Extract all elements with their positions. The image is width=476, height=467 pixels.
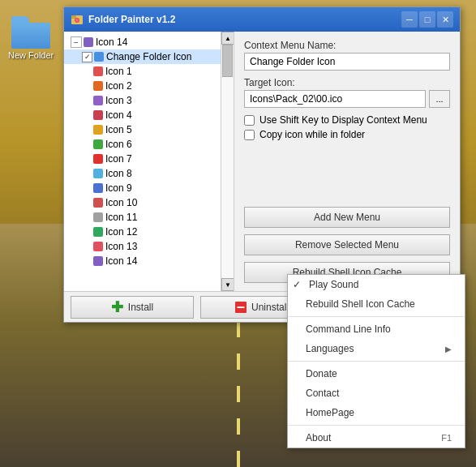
list-item[interactable]: Icon 1 [64, 64, 234, 79]
menu-item-play-sound[interactable]: ✓ Play Sound [288, 275, 465, 294]
list-item[interactable]: Icon 3 [64, 93, 234, 108]
folder-label: New Folder [8, 50, 54, 60]
tree-selected-item[interactable]: ✓ Change Folder Icon [64, 49, 234, 64]
close-button[interactable]: ✕ [437, 11, 453, 28]
list-item[interactable]: Icon 11 [64, 210, 234, 225]
menu-item-label: HomePage [306, 407, 354, 418]
shift-key-checkbox[interactable] [244, 115, 255, 126]
list-item[interactable]: Icon 13 [64, 239, 234, 254]
tree-item-icon [93, 169, 103, 178]
tree-item-label: Icon 10 [105, 197, 137, 208]
title-bar-buttons: ─ □ ✕ [401, 11, 453, 28]
scroll-down-arrow[interactable]: ▼ [221, 278, 234, 291]
submenu-arrow-icon: ▶ [445, 345, 452, 353]
tree-item-icon [93, 81, 103, 91]
tree-item-label: Icon 14 [96, 36, 127, 48]
tree-item-icon [93, 227, 103, 237]
title-bar: Folder Painter v1.2 ─ □ ✕ [64, 7, 460, 32]
shift-key-row: Use Shift Key to Display Context Menu [244, 114, 450, 126]
tree-item-label: Icon 8 [105, 168, 132, 179]
menu-item-rebuild-cache[interactable]: Rebuild Shell Icon Cache [288, 294, 465, 314]
menu-item-donate[interactable]: Donate [288, 364, 465, 383]
tree-item-label: Icon 7 [105, 153, 132, 165]
folder-body [11, 23, 50, 49]
tree-item-label: Icon 5 [105, 124, 132, 135]
tree-item-icon [93, 198, 103, 208]
tree-item-icon [94, 52, 104, 62]
list-item[interactable]: Icon 5 [64, 122, 234, 137]
context-menu-input[interactable] [244, 53, 450, 71]
tree-item-label: Icon 3 [105, 95, 132, 106]
menu-separator-3 [288, 425, 465, 426]
tree-root-item[interactable]: − Icon 14 [64, 35, 234, 49]
target-icon-section: Target Icon: ... [244, 77, 450, 108]
list-item[interactable]: Icon 6 [64, 137, 234, 152]
tree-item-icon [84, 37, 93, 47]
tree-panel: − Icon 14 ✓ Change Folder Icon Icon 1 [64, 32, 234, 291]
app-icon [71, 13, 84, 26]
add-menu-button[interactable]: Add New Menu [244, 207, 450, 228]
tree-item-icon [93, 242, 103, 251]
tree-item-icon [93, 110, 103, 120]
minus-icon: – [235, 302, 247, 313]
window-title: Folder Painter v1.2 [88, 14, 175, 25]
list-item[interactable]: Icon 14 [64, 254, 234, 268]
tree-item-icon [93, 212, 103, 222]
tree-item-icon [93, 66, 103, 76]
right-panel: Context Menu Name: Target Icon: ... Use … [234, 32, 460, 291]
remove-menu-button[interactable]: Remove Selected Menu [244, 234, 450, 255]
tree-item-label: Icon 1 [105, 66, 132, 77]
copy-icon-checkbox[interactable] [244, 130, 255, 140]
menu-item-content: ✓ Play Sound [293, 279, 358, 290]
tree-item-icon [93, 183, 103, 193]
list-item[interactable]: Icon 8 [64, 166, 234, 181]
menu-item-languages[interactable]: Languages ▶ [288, 339, 465, 358]
install-label: Install [128, 302, 153, 313]
shift-key-label: Use Shift Key to Display Context Menu [259, 114, 427, 126]
list-item[interactable]: Icon 12 [64, 225, 234, 239]
maximize-button[interactable]: □ [419, 11, 435, 28]
menu-separator-1 [288, 316, 465, 317]
tree-scroll-area[interactable]: − Icon 14 ✓ Change Folder Icon Icon 1 [64, 35, 234, 288]
tree-item-label: Icon 11 [105, 212, 137, 223]
tree-item-label: Icon 13 [105, 241, 137, 252]
target-icon-input[interactable] [244, 90, 426, 108]
scroll-up-arrow[interactable]: ▲ [221, 32, 234, 45]
tree-item-label: Icon 4 [105, 109, 132, 121]
menu-item-about[interactable]: About F1 [288, 428, 465, 448]
menu-item-homepage[interactable]: HomePage [288, 403, 465, 422]
tree-item-icon [93, 139, 103, 149]
scroll-thumb[interactable] [222, 45, 233, 77]
target-icon-row: ... [244, 90, 450, 108]
menu-item-label: Donate [306, 368, 337, 379]
menu-item-shortcut: F1 [441, 433, 452, 443]
browse-button[interactable]: ... [429, 90, 450, 108]
tree-checkbox[interactable]: ✓ [82, 52, 92, 62]
desktop-folder[interactable]: New Folder [8, 16, 54, 60]
copy-icon-row: Copy icon while in folder [244, 129, 450, 140]
tree-item-label: Icon 6 [105, 139, 132, 150]
list-item[interactable]: Icon 9 [64, 181, 234, 195]
list-item[interactable]: Icon 10 [64, 195, 234, 210]
tree-scrollbar[interactable]: ▲ ▼ [221, 32, 234, 291]
minimize-button[interactable]: ─ [401, 11, 418, 28]
copy-icon-label: Copy icon while in folder [259, 129, 365, 140]
menu-item-command-line[interactable]: Command Line Info [288, 319, 465, 339]
tree-expand-icon[interactable]: − [71, 36, 82, 48]
svg-rect-1 [71, 15, 76, 19]
spacer [244, 147, 450, 200]
svg-point-3 [75, 19, 79, 22]
list-item[interactable]: Icon 4 [64, 108, 234, 122]
checkboxes-section: Use Shift Key to Display Context Menu Co… [244, 114, 450, 140]
tree-item-icon [93, 256, 103, 266]
menu-item-label: Play Sound [309, 279, 358, 290]
window-content: − Icon 14 ✓ Change Folder Icon Icon 1 [64, 32, 460, 291]
menu-item-contact[interactable]: Contact [288, 383, 465, 403]
tree-item-icon [93, 154, 103, 164]
menu-separator-2 [288, 361, 465, 362]
list-item[interactable]: Icon 7 [64, 152, 234, 166]
list-item[interactable]: Icon 2 [64, 79, 234, 93]
install-button[interactable]: ✚ Install [71, 296, 194, 319]
scroll-track[interactable] [221, 45, 234, 278]
uninstall-label: Uninstall [251, 302, 289, 313]
